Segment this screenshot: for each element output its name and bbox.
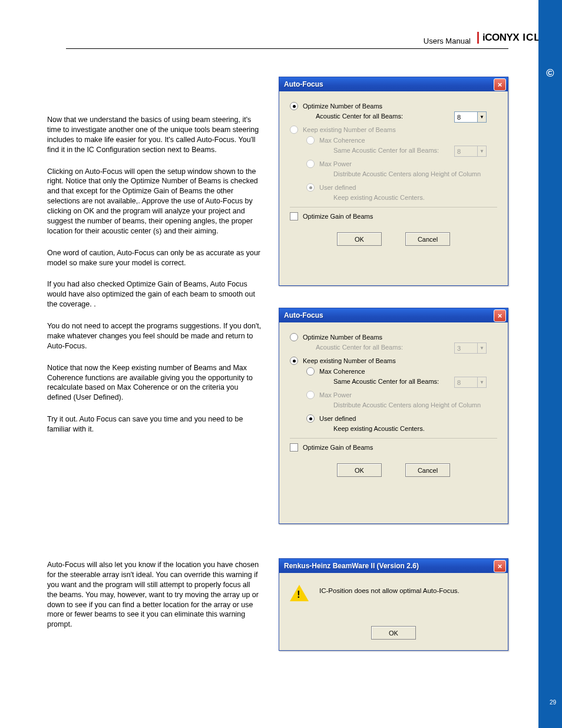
divider [290,438,497,439]
label-keep-existing: Keep existing Number of Beams [303,126,396,133]
chevron-down-icon: ▼ [477,377,486,387]
radio-icon [290,126,298,134]
cancel-button[interactable]: Cancel [405,463,450,477]
label-max-coherence: Max Coherence [319,368,365,375]
dropdown-value: 8 [455,148,477,155]
label-max-coherence: Max Coherence [319,137,365,144]
radio-icon [306,367,315,375]
paragraph-6: Notice that now the Keep existing number… [47,363,262,403]
radio-icon [306,136,315,144]
label-keep-existing: Keep existing Number of Beams [303,357,396,364]
dropdown-same-acoustic: 8 ▼ [454,146,487,157]
radio-icon [290,333,298,341]
label-user-defined: User defined [319,415,356,422]
check-optimize-gain[interactable]: Optimize Gain of Beams [290,212,497,220]
paragraph-7: Try it out. Auto Focus can save you time… [47,414,262,434]
body-text-column: Now that we understand the basics of usi… [47,115,262,446]
dialog2-title: Auto-Focus [284,311,494,319]
radio-icon [306,414,315,423]
paragraph-4: If you had also checked Optimize Gain of… [47,279,262,309]
dropdown-value: 3 [455,345,477,352]
chevron-down-icon: ▼ [477,343,486,353]
close-icon[interactable]: × [494,309,506,322]
radio-icon [306,183,315,192]
label-acoustic-center-all: Acoustic Center for all Beams: [316,344,403,351]
chevron-down-icon: ▼ [477,146,486,156]
radio-optimize-number[interactable]: Optimize Number of Beams [290,333,497,341]
header-users-manual: Users Manual [424,37,471,45]
checkbox-icon [290,212,298,220]
label-acoustic-center-all: Acoustic Center for all Beams: [316,113,403,120]
radio-icon [290,102,298,110]
checkbox-icon [290,443,298,452]
divider [290,207,497,207]
warning-message: IC-Position does not allow optimal Auto-… [319,584,459,594]
dialog1-title: Auto-Focus [284,80,494,88]
dialog3-titlebar[interactable]: Renkus-Heinz BeamWare II (Version 2.6) × [279,559,508,573]
body-text-column-lower: Auto-Focus will also let you know if the… [47,560,262,641]
dialog2-titlebar[interactable]: Auto-Focus × [279,308,508,322]
close-icon[interactable]: × [494,560,506,572]
label-keep-centers: Keep existing Acoustic Centers. [290,194,497,201]
label-optimize-gain: Optimize Gain of Beams [303,213,373,220]
label-user-defined: User defined [319,184,356,191]
brand-iconyx: iCONYX [482,32,519,43]
ok-button[interactable]: OK [337,232,382,246]
autofocus-dialog-2: Auto-Focus × Optimize Number of Beams Ac… [279,308,508,524]
radio-icon [290,357,298,365]
header-divider [66,48,508,49]
label-distribute: Distribute Acoustic Centers along Height… [290,170,497,177]
radio-icon [306,160,315,168]
warning-dialog: Renkus-Heinz BeamWare II (Version 2.6) ×… [279,558,508,651]
dropdown-acoustic-center: 3 ▼ [454,342,487,354]
dropdown-value: 8 [455,379,477,386]
warning-icon [290,585,309,601]
dialog1-titlebar[interactable]: Auto-Focus × [279,77,508,91]
chevron-down-icon: ▼ [477,112,486,122]
paragraph-1: Now that we understand the basics of usi… [47,115,262,155]
check-optimize-gain[interactable]: Optimize Gain of Beams [290,443,497,452]
radio-max-power: Max Power [290,160,497,168]
label-same-acoustic: Same Acoustic Center for all Beams: [333,147,439,154]
label-optimize-gain: Optimize Gain of Beams [303,444,373,451]
radio-icon [306,391,315,399]
dropdown-same-acoustic: 8 ▼ [454,377,487,388]
dropdown-acoustic-center[interactable]: 8 ▼ [454,111,487,123]
radio-keep-existing: Keep existing Number of Beams [290,126,497,134]
cancel-button[interactable]: Cancel [405,232,450,246]
dialog3-title: Renkus-Heinz BeamWare II (Version 2.6) [284,562,494,570]
radio-user-defined: User defined [290,183,497,192]
radio-max-coherence[interactable]: Max Coherence [290,367,497,375]
right-margin-bar: © 29 [538,0,562,728]
label-optimize-number: Optimize Number of Beams [303,334,382,341]
paragraph-5: You do not need to accept the programs s… [47,321,262,351]
radio-user-defined[interactable]: User defined [290,414,497,423]
dropdown-value: 8 [455,114,477,121]
paragraph-8: Auto-Focus will also let you know if the… [47,560,262,630]
label-same-acoustic: Same Acoustic Center for all Beams: [333,378,439,385]
label-optimize-number: Optimize Number of Beams [303,103,382,110]
label-max-power: Max Power [319,391,352,398]
page-number: 29 [550,699,556,706]
ok-button[interactable]: OK [337,463,382,477]
autofocus-dialog-1: Auto-Focus × Optimize Number of Beams Ac… [279,77,508,286]
margin-glyph: © [546,67,554,80]
label-max-power: Max Power [319,160,352,167]
radio-optimize-number[interactable]: Optimize Number of Beams [290,102,497,110]
radio-max-power: Max Power [290,391,497,399]
label-distribute: Distribute Acoustic Centers along Height… [290,401,497,409]
radio-keep-existing[interactable]: Keep existing Number of Beams [290,357,497,365]
radio-max-coherence: Max Coherence [290,136,497,144]
ok-button[interactable]: OK [371,626,416,640]
close-icon[interactable]: × [494,78,506,91]
label-keep-centers: Keep existing Acoustic Centers. [290,425,497,432]
paragraph-3: One word of caution, Auto-Focus can only… [47,248,262,268]
paragraph-2: Clicking on Auto-Focus will open the set… [47,167,262,236]
